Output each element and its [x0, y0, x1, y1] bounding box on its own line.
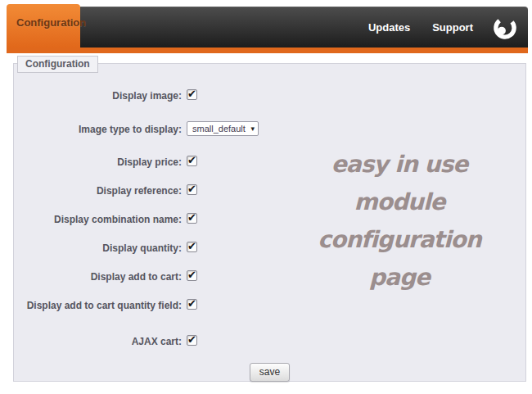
- header-bar: Updates Support: [80, 7, 528, 48]
- form-row: Display combination name:✔: [14, 213, 525, 226]
- field-label: Display image:: [14, 89, 182, 102]
- nav-updates[interactable]: Updates: [368, 21, 410, 34]
- top-header: Configuration Updates Support: [7, 4, 528, 53]
- field-label: Display add to cart quantity field:: [14, 299, 182, 311]
- checkbox-display-price[interactable]: ✔: [187, 156, 197, 166]
- checkbox-display-combination-name[interactable]: ✔: [187, 213, 197, 224]
- chevron-down-icon: ▾: [250, 125, 255, 133]
- select-image-type-to-display[interactable]: small_default▾: [187, 121, 259, 136]
- swirl-logo-icon: [492, 15, 518, 41]
- field-label: Display price:: [14, 156, 182, 168]
- checkbox-display-quantity[interactable]: ✔: [187, 242, 197, 252]
- form-row: Display reference:✔: [14, 184, 525, 197]
- form-row: Display price:✔: [14, 156, 525, 169]
- field-label: Display combination name:: [14, 213, 182, 225]
- config-panel: Configuration Display image:✔Image type …: [13, 63, 526, 382]
- select-value: small_default: [192, 124, 246, 134]
- save-button[interactable]: save: [250, 363, 290, 382]
- form-row: Image type to display:small_default▾: [14, 123, 525, 138]
- checkbox-display-reference[interactable]: ✔: [187, 184, 197, 195]
- checkbox-display-add-to-cart[interactable]: ✔: [187, 270, 197, 281]
- field-label: Display reference:: [14, 184, 182, 197]
- panel-legend: Configuration: [17, 56, 98, 73]
- form-row: AJAX cart:✔: [14, 335, 525, 348]
- checkbox-display-image[interactable]: ✔: [187, 89, 197, 100]
- checkbox-display-add-to-cart-quantity-field[interactable]: ✔: [187, 299, 197, 310]
- form-row: Display add to cart:✔: [14, 270, 525, 283]
- field-label: Image type to display:: [14, 123, 182, 135]
- checkbox-ajax-cart[interactable]: ✔: [187, 335, 197, 346]
- field-label: AJAX cart:: [14, 335, 182, 347]
- form-row: Display quantity:✔: [14, 242, 525, 255]
- config-form: Display image:✔Image type to display:sma…: [14, 64, 525, 348]
- form-row: Display image:✔: [14, 89, 525, 102]
- field-label: Display quantity:: [14, 242, 182, 254]
- tab-configuration[interactable]: Configuration: [7, 4, 80, 48]
- field-label: Display add to cart:: [14, 270, 182, 283]
- header-accent-strip: [7, 48, 528, 53]
- nav-support[interactable]: Support: [432, 21, 473, 34]
- form-row: Display add to cart quantity field:✔: [14, 299, 525, 312]
